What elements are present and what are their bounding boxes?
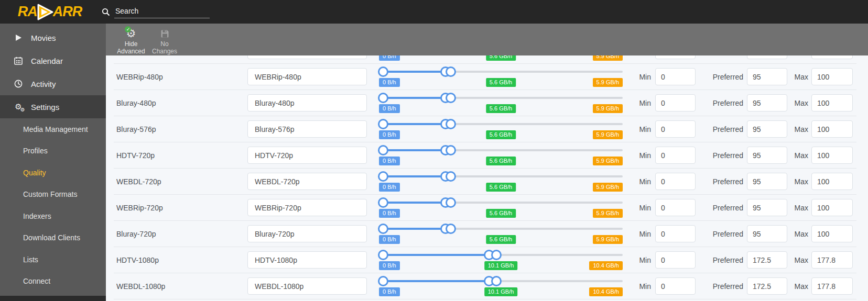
preferred-label: Preferred [690, 247, 743, 273]
page-toolbar: ⚙✓ Hide Advanced No Changes [106, 24, 868, 55]
max-label: Max [779, 142, 808, 169]
quality-name-input[interactable] [247, 147, 367, 164]
slider-min-handle[interactable] [378, 276, 388, 286]
max-size-input[interactable] [811, 225, 853, 242]
quality-size-slider: 0 B/h 10.1 GB/h 10.4 GB/h [379, 247, 623, 273]
slider-min-handle[interactable] [378, 197, 388, 208]
max-size-badge: 5.9 GB/h [593, 235, 623, 244]
slider-max-handle[interactable] [446, 171, 456, 182]
slider-min-handle[interactable] [378, 224, 388, 234]
sidebar-item-custom-formats[interactable]: Custom Formats [0, 184, 106, 206]
sidebar-item-quality[interactable]: Quality [0, 162, 106, 184]
min-size-input[interactable] [655, 199, 696, 216]
quality-name-input[interactable] [247, 68, 367, 85]
quality-definition-row: WEBDL-1080p 0 B/h 10.1 GB/h 10.4 GB/h Mi… [106, 273, 868, 299]
hide-advanced-button[interactable]: ⚙✓ Hide Advanced [114, 27, 148, 55]
search-icon [102, 8, 110, 16]
slider-fill [379, 280, 496, 282]
max-label: Max [779, 90, 808, 116]
no-changes-save-button[interactable]: No Changes [148, 27, 181, 55]
sidebar-item-indexers[interactable]: Indexers [0, 205, 106, 227]
max-label: Max [779, 247, 808, 273]
quality-name-input[interactable] [247, 277, 367, 295]
slider-max-handle[interactable] [446, 145, 456, 155]
slider-max-handle[interactable] [446, 119, 456, 129]
sidebar-item-label: Calendar [31, 57, 63, 65]
slider-min-handle[interactable] [378, 145, 388, 155]
preferred-label: Preferred [690, 90, 743, 116]
sidebar-item-lists[interactable]: Lists [0, 249, 106, 271]
max-size-badge: 5.9 GB/h [593, 209, 623, 218]
quality-definition-row: Bluray-720p 0 B/h 5.6 GB/h 5.9 GB/h Min … [106, 221, 868, 247]
sidebar-item-movies[interactable]: Movies [0, 26, 106, 49]
quality-definition-row: Bluray-480p 0 B/h 5.6 GB/h 5.9 GB/h Min … [106, 90, 868, 116]
slider-min-handle[interactable] [378, 250, 388, 260]
sidebar: Movies Calendar Activity ⚙⚙ Settin [0, 24, 106, 301]
quality-name-input[interactable] [247, 199, 367, 216]
search-input[interactable] [114, 6, 210, 18]
advanced-gear-check-icon: ⚙✓ [126, 27, 136, 40]
min-size-input[interactable] [655, 94, 696, 112]
quality-definition-row: WEBRip-480p 0 B/h 5.6 GB/h 5.9 GB/h Min … [106, 64, 868, 90]
max-size-input[interactable] [811, 147, 853, 164]
preferred-size-badge: 5.6 GB/h [486, 209, 516, 218]
preferred-label: Preferred [690, 195, 743, 221]
min-label: Min [622, 90, 651, 116]
max-size-input[interactable] [811, 94, 853, 112]
quality-name-input[interactable] [247, 173, 367, 190]
sidebar-item-profiles[interactable]: Profiles [0, 140, 106, 162]
sidebar-item-media-management[interactable]: Media Management [0, 118, 106, 140]
min-size-input[interactable] [655, 68, 696, 85]
slider-max-handle[interactable] [446, 93, 456, 103]
min-size-badge: 0 B/h [379, 104, 400, 113]
min-label: Min [622, 116, 651, 142]
logo-text-right: ARR [53, 4, 82, 20]
sidebar-item-activity[interactable]: Activity [0, 72, 106, 95]
max-size-input[interactable] [811, 199, 853, 216]
radarr-logo[interactable]: RA ARR [0, 3, 100, 21]
quality-size-slider: 0 B/h 5.6 GB/h 5.9 GB/h [379, 90, 623, 116]
max-size-input[interactable] [811, 173, 853, 190]
top-bar: RA ARR [0, 0, 868, 24]
sidebar-item-calendar[interactable]: Calendar [0, 49, 106, 72]
min-size-input[interactable] [655, 277, 696, 295]
play-emblem-icon [35, 3, 55, 21]
slider-max-handle[interactable] [491, 250, 502, 260]
min-size-input[interactable] [655, 173, 696, 190]
slider-min-handle[interactable] [378, 93, 388, 103]
slider-max-handle[interactable] [446, 197, 456, 208]
preferred-size-badge: 5.6 GB/h [486, 235, 516, 244]
min-size-badge: 0 B/h [379, 209, 400, 218]
quality-rows: 0 B/h 5.6 GB/h 5.9 GB/h Min Preferred Ma… [106, 38, 868, 299]
min-size-input[interactable] [655, 225, 696, 242]
min-size-input[interactable] [655, 251, 696, 269]
sidebar-item-settings[interactable]: ⚙⚙ Settings [0, 95, 106, 118]
quality-settings-page: 0 B/h 5.6 GB/h 5.9 GB/h Min Preferred Ma… [106, 24, 868, 301]
quality-size-slider: 0 B/h 5.6 GB/h 5.9 GB/h [379, 116, 623, 142]
quality-name-input[interactable] [247, 251, 367, 269]
quality-definition-row: WEBDL-720p 0 B/h 5.6 GB/h 5.9 GB/h Min P… [106, 169, 868, 195]
quality-name-input[interactable] [247, 94, 367, 112]
max-size-input[interactable] [811, 68, 853, 85]
quality-size-slider: 0 B/h 5.6 GB/h 5.9 GB/h [379, 142, 623, 169]
sidebar-item-download-clients[interactable]: Download Clients [0, 227, 106, 249]
quality-title: WEBRip-480p [116, 64, 163, 90]
quality-title: WEBRip-720p [116, 195, 163, 221]
max-size-input[interactable] [811, 251, 853, 269]
max-size-input[interactable] [811, 277, 853, 295]
slider-min-handle[interactable] [378, 119, 388, 129]
quality-definition-row: HDTV-720p 0 B/h 5.6 GB/h 5.9 GB/h Min Pr… [106, 142, 868, 169]
slider-max-handle[interactable] [446, 66, 456, 77]
quality-name-input[interactable] [247, 225, 367, 242]
quality-name-input[interactable] [247, 120, 367, 138]
sidebar-item-connect[interactable]: Connect [0, 271, 106, 293]
max-size-input[interactable] [811, 120, 853, 138]
preferred-label: Preferred [690, 273, 743, 299]
min-size-input[interactable] [655, 120, 696, 138]
slider-min-handle[interactable] [378, 66, 388, 77]
slider-max-handle[interactable] [491, 276, 502, 286]
slider-min-handle[interactable] [378, 171, 388, 182]
min-size-input[interactable] [655, 147, 696, 164]
slider-max-handle[interactable] [446, 224, 456, 234]
search-box [102, 6, 210, 18]
